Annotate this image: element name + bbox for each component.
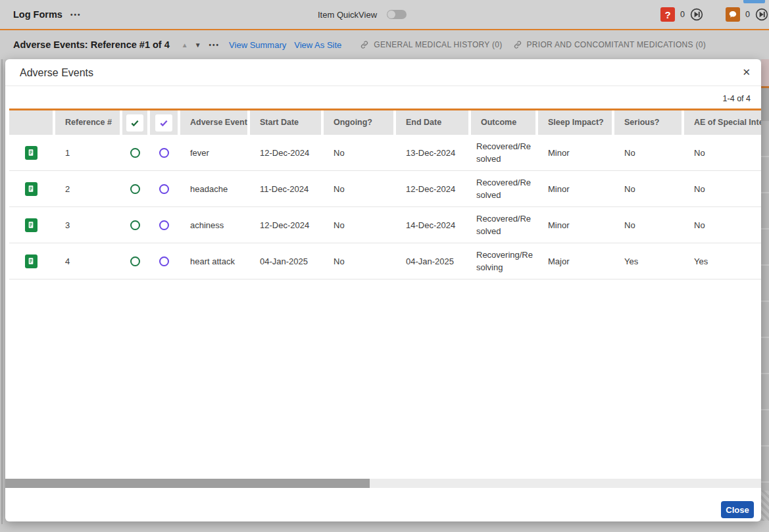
modal-title: Adverse Events [20,59,93,86]
form-title: Adverse Events: Reference #1 of 4 [13,39,170,50]
linked-form-general-medical-history[interactable]: GENERAL MEDICAL HISTORY (0) [374,40,502,49]
column-header-outcome[interactable]: Outcome [471,110,535,135]
background-page-right-strip [761,59,769,532]
cell-adverse-event: achiness [180,207,247,243]
cell-sleep-impact: Minor [538,207,612,243]
record-range-label: 1-4 of 4 [723,94,751,103]
background-block [761,59,769,86]
top-bar: Log Forms ••• Item QuickView ? 0 0 [0,0,769,29]
cell-sleep-impact: Minor [538,135,612,170]
cell-end-date: 13-Dec-2024 [396,135,468,170]
green-status-radio[interactable] [130,220,140,230]
cell-start-date: 12-Dec-2024 [250,207,321,243]
purple-status-radio[interactable] [159,148,169,158]
cell-adverse-event: headache [180,171,247,206]
table-body: 1 fever 12-Dec-2024 No 13-Dec-2024 Recov… [9,135,761,279]
green-status-radio[interactable] [130,256,140,266]
open-form-icon[interactable] [25,218,37,232]
form-overflow-menu-icon[interactable]: ••• [209,41,220,49]
cell-aesi: No [684,207,761,243]
scrollbar-thumb[interactable] [5,479,370,488]
close-icon[interactable]: ✕ [742,67,751,77]
cell-reference: 4 [55,243,120,279]
purple-status-radio[interactable] [159,256,169,266]
item-quickview-toggle[interactable] [387,10,407,19]
cell-serious: No [614,207,682,243]
cell-start-date: 11-Dec-2024 [250,171,321,206]
column-header-green-check[interactable] [122,110,147,135]
cell-adverse-event: heart attack [180,243,247,279]
cell-serious: Yes [614,243,682,279]
cell-outcome: Recovered/Resolved [471,171,535,206]
close-button[interactable]: Close [721,501,754,518]
comment-count: 0 [745,10,750,19]
table-header: Reference # Adverse Event Start Date Ong… [9,110,761,135]
cell-ongoing: No [324,135,393,170]
cell-ongoing: No [324,243,393,279]
open-form-icon[interactable] [25,146,37,160]
comments-icon[interactable] [726,7,740,22]
linked-form-prior-concomitant-medications[interactable]: PRIOR AND CONCOMITANT MEDICATIONS (0) [527,40,706,49]
cell-outcome: Recovering/Resolving [471,243,535,279]
cell-aesi: No [684,135,761,170]
adverse-events-table: Reference # Adverse Event Start Date Ong… [9,109,761,279]
column-header-aesi[interactable]: AE of Special Interest [684,110,761,135]
item-quickview-control: Item QuickView [318,0,407,29]
cell-reference: 2 [55,171,120,206]
previous-item-arrow-icon[interactable]: ▲ [182,41,188,49]
purple-status-radio[interactable] [159,220,169,230]
background-rows [761,121,769,491]
cell-outcome: Recovered/Resolved [471,207,535,243]
cell-serious: No [614,135,682,170]
background-hatch-pattern [761,491,769,521]
overflow-menu-icon[interactable]: ••• [70,11,82,18]
cell-ongoing: No [324,171,393,206]
view-as-site-link[interactable]: View As Site [294,40,341,50]
queries-icon[interactable]: ? [660,7,675,22]
purple-status-radio[interactable] [159,184,169,194]
green-status-radio[interactable] [130,184,140,194]
open-form-icon[interactable] [25,254,37,268]
cell-sleep-impact: Major [538,243,612,279]
cell-end-date: 12-Dec-2024 [396,171,468,206]
open-form-icon[interactable] [25,182,37,196]
horizontal-scrollbar[interactable] [5,479,761,488]
green-status-radio[interactable] [130,148,140,158]
form-toolbar: Adverse Events: Reference #1 of 4 ▲ ▼ ••… [0,30,769,59]
cell-start-date: 12-Dec-2024 [250,135,321,170]
link-icon [360,40,369,49]
item-quickview-label: Item QuickView [318,10,377,20]
toggle-knob [387,11,395,18]
query-count: 0 [680,10,685,19]
cell-ongoing: No [324,207,393,243]
next-query-icon[interactable] [690,8,703,21]
column-header-sleep-impact[interactable]: Sleep Impact? [538,110,612,135]
chat-bubble-icon [728,9,738,20]
cell-reference: 3 [55,207,120,243]
cell-adverse-event: fever [180,135,247,170]
next-comment-icon[interactable] [755,8,768,21]
column-header-reference[interactable]: Reference # [55,110,120,135]
column-header-row-icon [9,110,53,135]
clipped-tooltip-fragment [743,0,765,3]
cell-aesi: No [684,171,761,206]
table-row: 4 heart attack 04-Jan-2025 No 04-Jan-202… [9,243,761,279]
view-summary-link[interactable]: View Summary [229,40,286,50]
cell-serious: No [614,171,682,206]
column-header-start-date[interactable]: Start Date [250,110,321,135]
green-check-icon [126,114,143,132]
link-icon [513,40,522,49]
cell-sleep-impact: Minor [538,171,612,206]
background-page-edge [1,5,3,524]
column-header-end-date[interactable]: End Date [396,110,468,135]
column-header-ongoing[interactable]: Ongoing? [324,110,393,135]
topbar-status-icons: ? 0 0 [660,0,768,29]
column-header-serious[interactable]: Serious? [614,110,682,135]
table-row: 3 achiness 12-Dec-2024 No 14-Dec-2024 Re… [9,207,761,243]
column-header-adverse-event[interactable]: Adverse Event [180,110,247,135]
cell-outcome: Recovered/Resolved [471,135,535,170]
next-item-arrow-icon[interactable]: ▼ [195,41,201,49]
background-block [761,88,769,121]
purple-check-icon [155,114,172,132]
column-header-purple-check[interactable] [150,110,178,135]
